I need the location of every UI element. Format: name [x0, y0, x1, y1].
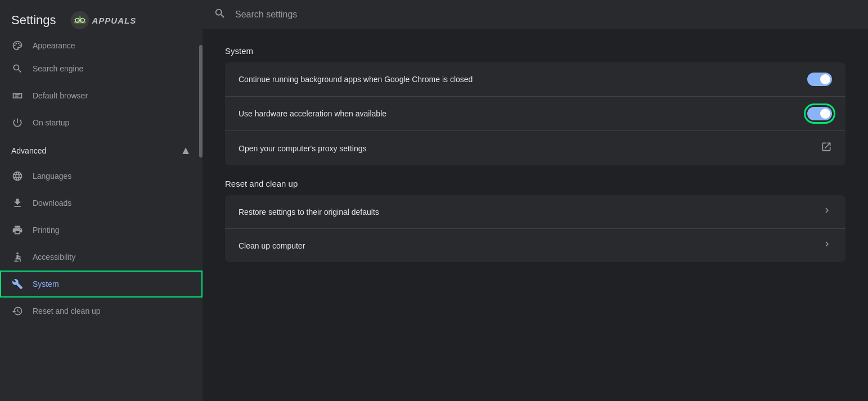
- restore-defaults-action: [822, 205, 832, 218]
- svg-line-6: [84, 19, 85, 20]
- sidebar-item-reset-label: Reset and clean up: [33, 307, 101, 316]
- proxy-settings-label: Open your computer's proxy settings: [239, 144, 821, 153]
- sidebar-item-on-startup-label: On startup: [33, 118, 69, 127]
- sidebar-item-default-browser-label: Default browser: [33, 91, 88, 100]
- topbar: [203, 0, 868, 29]
- background-apps-slider: [807, 73, 832, 86]
- system-icon: [11, 278, 24, 290]
- external-link-icon: [821, 141, 832, 155]
- background-apps-label: Continue running background apps when Go…: [239, 75, 807, 84]
- languages-icon: [11, 170, 24, 182]
- sidebar-item-on-startup[interactable]: On startup: [0, 109, 203, 136]
- search-icon: [214, 7, 226, 22]
- hardware-acceleration-row: Use hardware acceleration when available: [225, 97, 845, 131]
- cleanup-computer-action: [822, 239, 832, 252]
- restore-defaults-label: Restore settings to their original defau…: [239, 208, 822, 217]
- appuals-logo: APPUALS: [70, 10, 137, 30]
- svg-point-11: [16, 253, 18, 254]
- reset-icon: [11, 305, 24, 317]
- printing-icon: [11, 224, 24, 236]
- sidebar-item-printing-label: Printing: [33, 226, 59, 235]
- sidebar-item-system-label: System: [33, 280, 59, 289]
- appearance-icon: [11, 39, 24, 52]
- on-startup-icon: [11, 116, 24, 129]
- restore-defaults-row[interactable]: Restore settings to their original defau…: [225, 195, 845, 229]
- hardware-acceleration-toggle[interactable]: [807, 107, 832, 120]
- background-apps-row: Continue running background apps when Go…: [225, 62, 845, 97]
- svg-point-9: [18, 43, 20, 44]
- sidebar-item-default-browser[interactable]: Default browser: [0, 82, 203, 109]
- sidebar: Settings APPUALS Appea: [0, 0, 203, 401]
- proxy-settings-action: [821, 141, 832, 155]
- proxy-settings-row[interactable]: Open your computer's proxy settings: [225, 131, 845, 165]
- sidebar-item-downloads[interactable]: Downloads: [0, 190, 203, 217]
- sidebar-item-search-engine[interactable]: Search engine: [0, 55, 203, 82]
- default-browser-icon: [11, 89, 24, 102]
- restore-defaults-arrow-icon: [822, 205, 832, 218]
- system-section-title: System: [225, 46, 845, 56]
- background-apps-toggle[interactable]: [807, 73, 832, 86]
- sidebar-item-appearance-label: Appearance: [33, 41, 75, 50]
- hardware-acceleration-label: Use hardware acceleration when available: [239, 109, 807, 118]
- reset-settings-card: Restore settings to their original defau…: [225, 195, 845, 262]
- sidebar-item-search-engine-label: Search engine: [33, 64, 83, 73]
- svg-point-7: [14, 44, 16, 46]
- cleanup-computer-row[interactable]: Clean up computer: [225, 229, 845, 262]
- content-area: System Continue running background apps …: [203, 29, 868, 401]
- sidebar-item-downloads-label: Downloads: [33, 199, 71, 208]
- reset-section-title: Reset and clean up: [225, 179, 845, 188]
- sidebar-item-accessibility-label: Accessibility: [33, 253, 75, 262]
- sidebar-item-reset[interactable]: Reset and clean up: [0, 298, 203, 325]
- cleanup-computer-label: Clean up computer: [239, 241, 822, 250]
- settings-title: Settings: [11, 13, 56, 28]
- sidebar-item-appearance[interactable]: Appearance: [0, 36, 203, 55]
- svg-point-10: [19, 44, 21, 46]
- appuals-text: APPUALS: [92, 16, 137, 25]
- svg-line-5: [75, 19, 75, 20]
- sidebar-item-accessibility[interactable]: Accessibility: [0, 244, 203, 271]
- hardware-acceleration-slider: [807, 107, 832, 120]
- sidebar-item-printing[interactable]: Printing: [0, 217, 203, 244]
- advanced-section-header[interactable]: Advanced ▲: [0, 136, 203, 163]
- advanced-label: Advanced: [11, 146, 46, 155]
- svg-point-8: [16, 43, 17, 44]
- accessibility-icon: [11, 251, 24, 263]
- search-engine-icon: [11, 62, 24, 75]
- sidebar-header: Settings APPUALS: [0, 0, 203, 36]
- search-input[interactable]: [235, 10, 857, 20]
- system-settings-card: Continue running background apps when Go…: [225, 62, 845, 165]
- advanced-chevron-icon: ▲: [180, 144, 191, 157]
- cleanup-computer-arrow-icon: [822, 239, 832, 252]
- sidebar-item-languages[interactable]: Languages: [0, 163, 203, 190]
- main-content: System Continue running background apps …: [203, 0, 868, 401]
- downloads-icon: [11, 197, 24, 209]
- appuals-hat-icon: [70, 10, 90, 30]
- hardware-acceleration-toggle-wrap: [807, 107, 832, 120]
- sidebar-item-system[interactable]: System: [0, 271, 203, 298]
- background-apps-toggle-wrap: [807, 73, 832, 86]
- sidebar-item-languages-label: Languages: [33, 172, 71, 181]
